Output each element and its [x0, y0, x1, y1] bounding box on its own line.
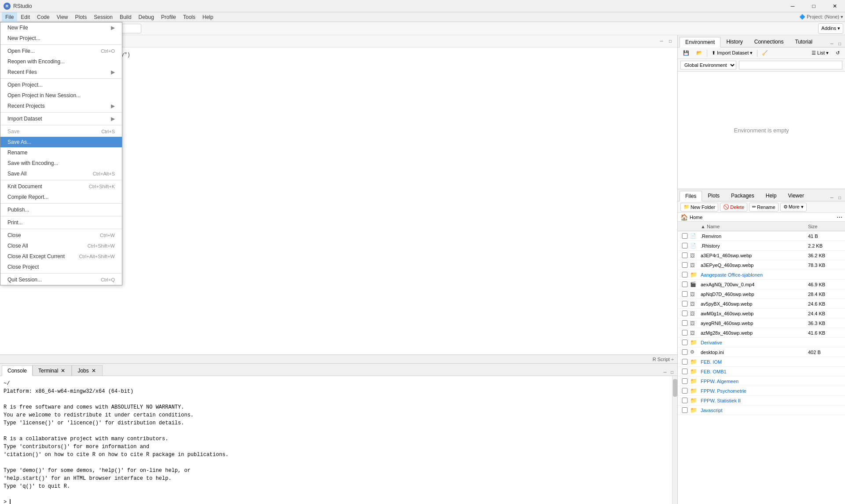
list-item[interactable]: 📁 FPPW. Psychometrie: [678, 386, 845, 396]
menu-item-knit[interactable]: Knit Document Ctrl+Shift+K: [0, 181, 122, 192]
env-search-input[interactable]: [739, 61, 842, 69]
menu-plots[interactable]: Plots: [72, 12, 91, 22]
terminal-close[interactable]: ✕: [60, 368, 66, 374]
maximize-button[interactable]: □: [804, 0, 824, 12]
row-checkbox[interactable]: [680, 243, 690, 248]
env-maximize[interactable]: □: [836, 40, 843, 47]
menu-item-reopen-encoding[interactable]: Reopen with Encoding...: [0, 56, 122, 67]
list-item[interactable]: 🖼 awM0g1x_460swp.webp 24.4 KB: [678, 309, 845, 318]
menu-item-recent-files[interactable]: Recent Files ▶: [0, 67, 122, 77]
menu-item-close[interactable]: Close Ctrl+W: [0, 230, 122, 241]
list-item[interactable]: 🖼 av5pyBX_460swp.webp 24.6 KB: [678, 299, 845, 309]
list-item[interactable]: 🎬 aexAgN0j_700wv_0.mp4 46.9 KB: [678, 280, 845, 289]
row-checkbox[interactable]: [680, 378, 690, 384]
env-minimize[interactable]: ─: [828, 40, 835, 47]
row-checkbox[interactable]: [680, 369, 690, 374]
menu-help[interactable]: Help: [199, 12, 217, 22]
menu-view[interactable]: View: [53, 12, 72, 22]
editor-maximize[interactable]: □: [667, 38, 674, 45]
menu-item-import-dataset[interactable]: Import Dataset ▶: [0, 113, 122, 124]
menu-tools[interactable]: Tools: [180, 12, 199, 22]
home-btn[interactable]: 🏠: [680, 214, 688, 221]
console-body[interactable]: ~/ Platform: x86_64-w64-mingw32/x64 (64-…: [0, 376, 677, 504]
list-item[interactable]: 📁 FPPW. Statistiek II: [678, 396, 845, 405]
editor-minimize[interactable]: ─: [658, 38, 665, 45]
menu-item-new-file[interactable]: New File ▶: [0, 22, 122, 33]
menu-item-save-all[interactable]: Save All Ctrl+Alt+S: [0, 168, 122, 179]
close-button[interactable]: ✕: [825, 0, 845, 12]
global-env-select[interactable]: Global Environment: [680, 61, 736, 69]
menu-item-close-all[interactable]: Close All Ctrl+Shift+W: [0, 241, 122, 251]
list-item[interactable]: 📁 FEB. IOM: [678, 357, 845, 367]
list-item[interactable]: 📁 FPPW. Algemeen: [678, 376, 845, 386]
row-checkbox[interactable]: [680, 301, 690, 307]
list-item[interactable]: 📁 Aangepaste Office-sjablonen: [678, 270, 845, 280]
list-item[interactable]: 📄 .Renviron 41 B: [678, 231, 845, 241]
menu-item-recent-projects[interactable]: Recent Projects ▶: [0, 101, 122, 111]
path-more-btn[interactable]: ⋯: [837, 214, 842, 220]
menu-edit[interactable]: Edit: [17, 12, 33, 22]
env-save-btn[interactable]: 💾: [680, 49, 692, 58]
menu-item-open-project-new[interactable]: Open Project in New Session...: [0, 90, 122, 101]
list-item[interactable]: ⚙ desktop.ini 402 B: [678, 347, 845, 357]
menu-code[interactable]: Code: [33, 12, 53, 22]
menu-item-compile-report[interactable]: Compile Report...: [0, 192, 122, 202]
env-clear-btn[interactable]: 🧹: [759, 49, 771, 58]
tab-plots[interactable]: Plots: [702, 190, 725, 201]
row-checkbox[interactable]: [680, 349, 690, 355]
menu-item-open-project[interactable]: Open Project...: [0, 80, 122, 90]
row-checkbox[interactable]: [680, 388, 690, 394]
console-maximize[interactable]: □: [669, 369, 676, 376]
row-checkbox[interactable]: [680, 281, 690, 287]
row-checkbox[interactable]: [680, 320, 690, 326]
row-checkbox[interactable]: [680, 291, 690, 297]
header-name[interactable]: ▲ Name: [701, 224, 808, 229]
menu-item-quit-session[interactable]: Quit Session... Ctrl+Q: [0, 274, 122, 285]
row-checkbox[interactable]: [680, 407, 690, 413]
menu-item-close-all-except[interactable]: Close All Except Current Ctrl+Alt+Shift+…: [0, 251, 122, 262]
tab-jobs[interactable]: Jobs ✕: [72, 365, 102, 376]
list-item[interactable]: 🖼 a3EP4r1_460swp.webp 36.2 KB: [678, 251, 845, 260]
env-load-btn[interactable]: 📂: [694, 49, 705, 58]
list-item[interactable]: 📄 .Rhistory 2.2 KB: [678, 241, 845, 251]
row-checkbox[interactable]: [680, 398, 690, 403]
menu-session[interactable]: Session: [90, 12, 116, 22]
tab-files[interactable]: Files: [680, 191, 702, 201]
tab-console[interactable]: Console: [2, 365, 33, 376]
row-checkbox[interactable]: [680, 359, 690, 365]
menu-file[interactable]: File: [2, 12, 17, 22]
tab-terminal[interactable]: Terminal ✕: [33, 365, 72, 376]
menu-item-save[interactable]: Save Ctrl+S: [0, 126, 122, 137]
env-refresh-btn[interactable]: ↺: [833, 49, 842, 58]
tab-viewer[interactable]: Viewer: [782, 190, 809, 201]
menu-item-save-encoding[interactable]: Save with Encoding...: [0, 158, 122, 168]
delete-btn[interactable]: 🚫 Delete: [720, 203, 747, 212]
row-checkbox[interactable]: [680, 272, 690, 278]
list-item[interactable]: 📁 Javascript: [678, 405, 845, 415]
row-checkbox[interactable]: [680, 340, 690, 345]
jobs-close[interactable]: ✕: [91, 368, 97, 374]
list-item[interactable]: 🖼 azMg28x_460swp.webp 41.6 KB: [678, 328, 845, 338]
tab-tutorial[interactable]: Tutorial: [789, 37, 818, 47]
tab-history[interactable]: History: [720, 37, 748, 47]
addins-button[interactable]: Addins ▾: [818, 23, 843, 34]
tab-packages[interactable]: Packages: [725, 190, 760, 201]
menu-item-print[interactable]: Print...: [0, 217, 122, 228]
list-item[interactable]: 📁 Derivative: [678, 338, 845, 347]
row-checkbox[interactable]: [680, 252, 690, 258]
menu-profile[interactable]: Profile: [158, 12, 180, 22]
more-btn[interactable]: ⚙ More ▾: [780, 203, 807, 212]
list-item[interactable]: 📁 FEB. OMB1: [678, 367, 845, 376]
env-import-btn[interactable]: ⬆ Import Dataset ▾: [709, 49, 755, 58]
menu-item-rename[interactable]: Rename: [0, 147, 122, 158]
menu-build[interactable]: Build: [116, 12, 135, 22]
env-list-btn[interactable]: ☰ List ▾: [809, 49, 831, 58]
minimize-button[interactable]: ─: [783, 0, 803, 12]
menu-item-open-file[interactable]: Open File... Ctrl+O: [0, 46, 122, 56]
files-maximize[interactable]: □: [836, 194, 843, 201]
row-checkbox[interactable]: [680, 233, 690, 239]
row-checkbox[interactable]: [680, 330, 690, 336]
files-minimize[interactable]: ─: [828, 194, 835, 201]
rename-btn[interactable]: ✏ Rename: [749, 203, 779, 212]
console-scrollbar[interactable]: [672, 376, 677, 504]
